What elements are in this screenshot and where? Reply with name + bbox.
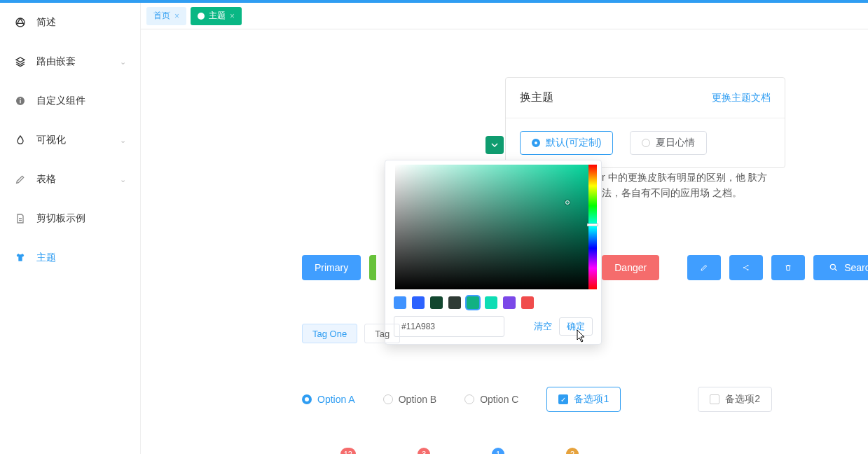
badge-count: 12 xyxy=(340,448,356,454)
checkbox-option-1[interactable]: ✓备选项1 xyxy=(546,387,621,412)
aperture-icon xyxy=(14,16,27,29)
swatch[interactable] xyxy=(485,296,497,309)
swatch[interactable] xyxy=(448,296,461,309)
shirt-icon xyxy=(14,252,27,264)
radio-icon xyxy=(532,139,540,147)
tab-label: 首页 xyxy=(153,10,170,22)
tab-home[interactable]: 首页 × xyxy=(146,7,186,25)
sidebar-item-clipboard[interactable]: 剪切板示例 xyxy=(0,199,140,238)
check-icon: ✓ xyxy=(558,394,568,404)
checkbox-label: 备选项2 xyxy=(725,393,760,406)
checkbox-option-2[interactable]: 备选项2 xyxy=(698,387,772,412)
tab-bar: 首页 × 主题 × xyxy=(141,3,868,29)
tag-row: Tag One Tag xyxy=(302,324,400,343)
swatch[interactable] xyxy=(503,296,516,309)
confirm-label: 确定 xyxy=(567,320,585,333)
swatch[interactable] xyxy=(412,296,425,309)
search-icon xyxy=(829,263,839,273)
tab-label: 主题 xyxy=(209,10,226,22)
radio-option-a[interactable]: Option A xyxy=(302,394,355,405)
radio-option-b[interactable]: Option B xyxy=(383,394,436,405)
radio-icon xyxy=(642,139,650,147)
sidebar-item-overview[interactable]: 简述 xyxy=(0,3,140,42)
theme-option-default[interactable]: 默认(可定制) xyxy=(520,131,613,155)
doc-link[interactable]: 更换主题文档 xyxy=(712,92,771,104)
file-icon xyxy=(14,212,27,225)
badge-count: 2 xyxy=(566,448,579,454)
badge-count: 1 xyxy=(492,448,504,454)
radio-option-c[interactable]: Option C xyxy=(464,394,518,405)
sidebar-item-visualize[interactable]: 可视化 ⌄ xyxy=(0,121,140,160)
sidebar-item-tables[interactable]: 表格 ⌄ xyxy=(0,160,140,199)
badge-count: 3 xyxy=(418,448,430,454)
tag-two-partial[interactable]: Tag xyxy=(364,324,400,343)
chevron-down-icon: ⌄ xyxy=(120,57,126,67)
svg-point-6 xyxy=(748,269,749,270)
svg-rect-3 xyxy=(20,98,20,99)
confirm-button[interactable]: 确定 xyxy=(559,317,593,336)
swatch[interactable] xyxy=(430,296,443,309)
svg-rect-2 xyxy=(20,100,20,104)
clear-button[interactable]: 清空 xyxy=(534,320,552,333)
option-label: 默认(可定制) xyxy=(546,137,601,149)
swatch[interactable] xyxy=(394,296,406,309)
svg-point-5 xyxy=(748,265,749,266)
description-text: r 中的更换皮肤有明显的区别，他 肤方法，各自有不同的应用场 之档。 xyxy=(602,170,770,201)
radio-icon xyxy=(302,394,312,404)
primary-button[interactable]: Primary xyxy=(302,255,361,280)
content-area: 首页 × 主题 × 换主题 更换主题文档 默认(可定制) 夏日心情 xyxy=(140,3,868,454)
sidebar-item-theme[interactable]: 主题 xyxy=(0,238,140,277)
sidebar: 简述 路由嵌套 ⌄ 自定义组件 可视化 ⌄ 表格 ⌄ 剪切板示例 主题 xyxy=(0,3,140,454)
sidebar-label: 简述 xyxy=(36,16,56,29)
close-icon[interactable]: × xyxy=(230,11,235,21)
tag-one[interactable]: Tag One xyxy=(302,324,357,343)
share-icon-button[interactable] xyxy=(729,255,763,280)
info-icon xyxy=(14,95,27,107)
sidebar-label: 路由嵌套 xyxy=(36,55,76,68)
preset-swatches xyxy=(390,289,597,313)
danger-button[interactable]: Danger xyxy=(602,255,659,280)
search-button[interactable]: Search xyxy=(813,255,868,280)
radio-label: Option A xyxy=(317,394,355,405)
sidebar-item-components[interactable]: 自定义组件 xyxy=(0,81,140,121)
sidebar-label: 主题 xyxy=(36,252,56,264)
button-row: Primary Danger Search Upload xyxy=(302,255,868,280)
svg-point-0 xyxy=(16,18,25,27)
droplet-icon xyxy=(14,134,27,146)
checkbox-label: 备选项1 xyxy=(574,393,609,406)
sidebar-label: 剪切板示例 xyxy=(36,212,85,225)
hex-input[interactable] xyxy=(394,316,504,337)
card-title: 换主题 xyxy=(520,90,553,105)
close-icon[interactable]: × xyxy=(174,11,179,21)
check-icon xyxy=(710,394,719,404)
layers-icon xyxy=(14,55,27,68)
sidebar-label: 可视化 xyxy=(36,134,66,146)
option-label: 夏日心情 xyxy=(656,137,695,149)
tab-theme[interactable]: 主题 × xyxy=(191,7,242,25)
option-row: Option A Option B Option C ✓备选项1 备选项2 xyxy=(302,387,772,412)
radio-label: Option C xyxy=(480,394,518,405)
sv-cursor[interactable] xyxy=(565,200,570,205)
theme-option-summer[interactable]: 夏日心情 xyxy=(630,131,707,155)
edit-icon-button[interactable] xyxy=(687,255,721,280)
theme-card: 换主题 更换主题文档 默认(可定制) 夏日心情 xyxy=(505,77,785,168)
svg-point-7 xyxy=(830,264,835,269)
hue-thumb[interactable] xyxy=(587,223,598,226)
radio-icon xyxy=(464,394,474,404)
sidebar-label: 自定义组件 xyxy=(36,95,85,107)
chevron-down-icon: ⌄ xyxy=(120,136,126,145)
pencil-icon xyxy=(700,263,708,273)
success-button-partial[interactable] xyxy=(369,255,376,280)
sidebar-item-routing[interactable]: 路由嵌套 ⌄ xyxy=(0,42,140,81)
trash-icon xyxy=(784,263,792,273)
sidebar-label: 表格 xyxy=(36,173,56,186)
edit-icon xyxy=(14,173,27,186)
swatch[interactable] xyxy=(521,296,534,309)
chevron-down-icon: ⌄ xyxy=(120,175,126,184)
swatch[interactable] xyxy=(467,296,479,309)
svg-point-4 xyxy=(743,267,745,268)
button-label: Search xyxy=(844,262,868,273)
chevron-down-icon xyxy=(491,142,498,149)
color-picker-trigger[interactable] xyxy=(485,136,504,154)
delete-icon-button[interactable] xyxy=(771,255,805,280)
